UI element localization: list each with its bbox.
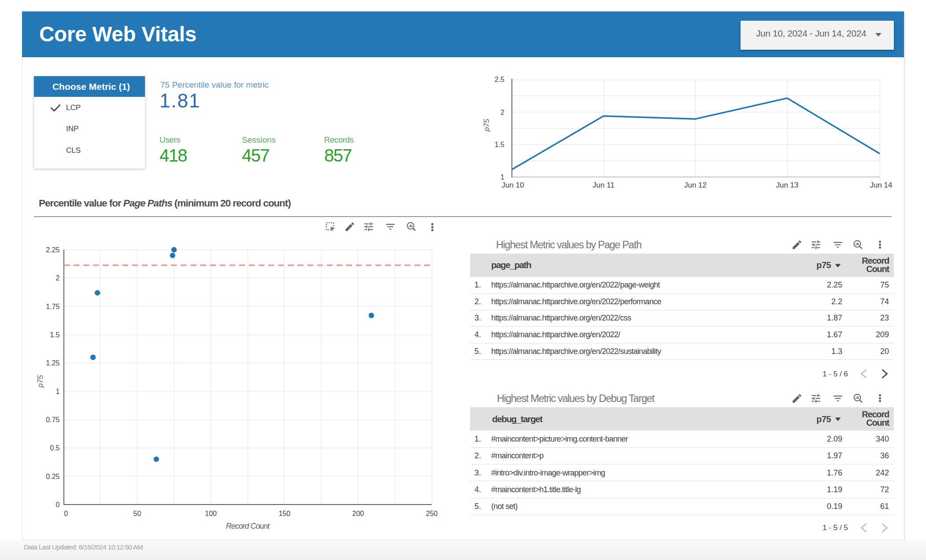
svg-text:1: 1: [500, 173, 504, 181]
svg-text:2.5: 2.5: [495, 76, 504, 83]
svg-text:0.5: 0.5: [50, 444, 59, 452]
svg-text:2.25: 2.25: [46, 246, 59, 254]
svg-text:1.25: 1.25: [46, 359, 59, 367]
svg-text:Record Count: Record Count: [226, 522, 270, 531]
svg-text:2: 2: [500, 109, 504, 116]
svg-text:50: 50: [133, 510, 141, 517]
svg-text:Jun 12: Jun 12: [684, 181, 707, 189]
svg-text:Jun 13: Jun 13: [776, 181, 798, 189]
svg-text:150: 150: [278, 510, 290, 517]
svg-text:0: 0: [64, 510, 68, 517]
svg-text:Jun 14: Jun 14: [870, 181, 892, 189]
svg-text:200: 200: [352, 510, 364, 517]
svg-text:0.25: 0.25: [46, 473, 59, 480]
svg-text:Jun 11: Jun 11: [593, 181, 615, 189]
svg-text:0.75: 0.75: [46, 416, 59, 424]
svg-text:1.5: 1.5: [495, 141, 504, 148]
svg-text:Jun 10: Jun 10: [501, 181, 524, 189]
svg-text:p75: p75: [482, 118, 491, 132]
svg-text:100: 100: [205, 510, 217, 517]
svg-text:1.75: 1.75: [46, 303, 59, 310]
svg-text:0: 0: [56, 501, 60, 508]
svg-text:2: 2: [56, 274, 60, 282]
svg-text:1.5: 1.5: [50, 331, 59, 339]
svg-text:1: 1: [56, 388, 60, 395]
svg-text:p75: p75: [36, 375, 44, 388]
svg-text:250: 250: [426, 510, 438, 517]
